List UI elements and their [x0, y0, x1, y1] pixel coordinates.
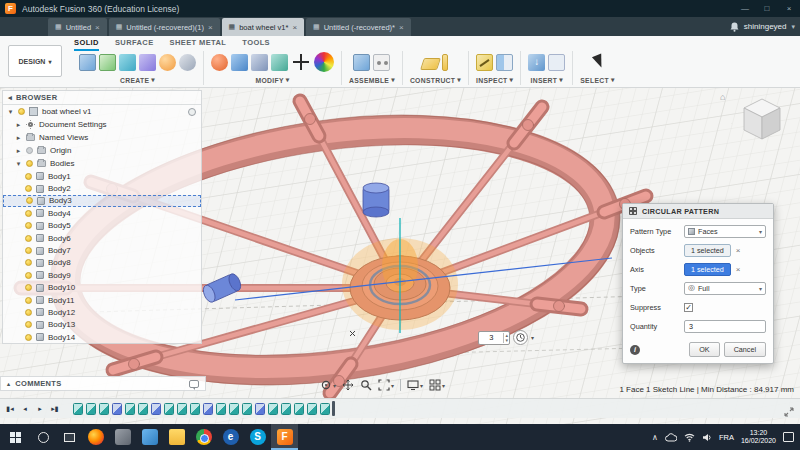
visibility-bulb-icon[interactable] — [25, 222, 32, 229]
home-view-icon[interactable]: ⌂ — [720, 92, 725, 102]
timeline-feature-12-sketch-icon[interactable] — [216, 403, 226, 415]
tab-untitled-recovered-2[interactable]: ▦ Untitled (-recovered)* × — [306, 18, 411, 36]
timeline-feature-8-sketch-icon[interactable] — [164, 403, 174, 415]
construct-menu[interactable]: CONSTRUCT▾ — [410, 76, 461, 84]
browser-node-document-settings[interactable]: ▸ Document Settings — [3, 118, 201, 131]
browser-body-body2[interactable]: Body2 — [3, 182, 201, 194]
construction-plane-icon[interactable] — [420, 58, 441, 70]
timeline-feature-13-sketch-icon[interactable] — [229, 403, 239, 415]
comments-bar[interactable]: ▴ COMMENTS — [0, 376, 206, 391]
new-component-icon[interactable] — [79, 54, 96, 71]
visibility-bulb-icon[interactable] — [25, 247, 32, 254]
chevron-down-icon[interactable]: ▾ — [531, 334, 534, 341]
browser-body-body8[interactable]: Body8 — [3, 257, 201, 269]
visibility-bulb-icon[interactable] — [25, 297, 32, 304]
visibility-bulb-icon[interactable] — [25, 210, 32, 217]
browser-header[interactable]: ◂ BROWSER — [3, 91, 201, 105]
view-cube[interactable] — [734, 92, 790, 144]
taskbar-skype-icon[interactable]: S — [244, 424, 271, 450]
notification-bell-icon[interactable] — [730, 22, 739, 32]
inspect-menu[interactable]: INSPECT▾ — [476, 76, 513, 84]
timeline-feature-15-feature-icon[interactable] — [255, 403, 265, 415]
visibility-bulb-icon[interactable] — [25, 185, 32, 192]
tab-untitled-1[interactable]: ▦ Untitled × — [48, 18, 107, 36]
clear-selection-icon[interactable]: × — [736, 265, 741, 274]
visibility-bulb-icon[interactable] — [25, 284, 32, 291]
expand-caret-icon[interactable]: ▸ — [15, 134, 22, 142]
timeline-feature-10-sketch-icon[interactable] — [190, 403, 200, 415]
visibility-bulb-icon[interactable] — [25, 235, 32, 242]
pattern-type-select[interactable]: Faces ▾ — [684, 225, 766, 238]
timeline-feature-16-sketch-icon[interactable] — [268, 403, 278, 415]
dialog-header[interactable]: CIRCULAR PATTERN — [623, 204, 773, 219]
start-button[interactable] — [0, 424, 30, 450]
box-primitive-icon[interactable] — [119, 54, 136, 71]
quantity-stepper[interactable]: ▴▾ — [503, 333, 509, 343]
browser-node-named-views[interactable]: ▸ Named Views — [3, 131, 201, 144]
visibility-bulb-icon[interactable] — [25, 173, 32, 180]
modify-menu[interactable]: MODIFY▾ — [256, 76, 290, 84]
timeline-go-to-start-button[interactable]: ▮◂ — [4, 405, 16, 413]
account-username[interactable]: shiningeyed — [744, 22, 787, 31]
orbit-button[interactable]: ▾ — [320, 379, 336, 391]
create-menu[interactable]: CREATE▾ — [120, 76, 155, 84]
task-view-button[interactable] — [56, 424, 82, 450]
press-pull-icon[interactable] — [211, 54, 228, 71]
maximize-button[interactable]: □ — [756, 0, 778, 17]
visibility-bulb-icon[interactable] — [26, 197, 33, 204]
timeline-feature-4-feature-icon[interactable] — [112, 403, 122, 415]
measure-icon[interactable] — [476, 54, 493, 71]
taskbar-file-explorer-icon[interactable] — [163, 424, 190, 450]
cancel-button[interactable]: Cancel — [724, 342, 766, 357]
new-component-icon[interactable] — [353, 54, 370, 71]
expand-caret-icon[interactable]: ▾ — [7, 108, 14, 116]
clear-selection-icon[interactable]: × — [736, 246, 741, 255]
quantity-hud-input[interactable]: 3 ▴▾ — [478, 331, 510, 345]
taskbar-paint-icon[interactable] — [136, 424, 163, 450]
timeline-feature-2-sketch-icon[interactable] — [86, 403, 96, 415]
insert-menu[interactable]: INSERT▾ — [531, 76, 563, 84]
section-analysis-icon[interactable] — [496, 54, 513, 71]
display-settings-button[interactable]: ▾ — [407, 379, 423, 391]
zoom-button[interactable] — [360, 379, 372, 391]
assemble-menu[interactable]: ASSEMBLE▾ — [349, 76, 395, 84]
search-button[interactable] — [30, 424, 56, 450]
browser-body-body5[interactable]: Body5 — [3, 220, 201, 232]
visibility-bulb-icon[interactable] — [18, 108, 25, 115]
clock[interactable]: 13:20 16/02/2020 — [741, 429, 776, 446]
browser-node-origin[interactable]: ▸ Origin — [3, 144, 201, 157]
browser-body-body10[interactable]: Body10 — [3, 282, 201, 294]
sphere-primitive-icon[interactable] — [159, 54, 176, 71]
tab-close-icon[interactable]: × — [399, 23, 404, 32]
tab-close-icon[interactable]: × — [292, 23, 297, 32]
browser-root-boat-wheel-v1[interactable]: ▾ boat wheel v1 — [3, 105, 201, 118]
browser-body-body12[interactable]: Body12 — [3, 306, 201, 318]
timeline-feature-17-sketch-icon[interactable] — [281, 403, 291, 415]
move-copy-icon[interactable] — [291, 52, 311, 72]
taskbar-chrome-icon[interactable] — [190, 424, 217, 450]
browser-body-body9[interactable]: Body9 — [3, 269, 201, 281]
pattern-type-hud-button[interactable] — [513, 330, 528, 345]
select-menu[interactable]: SELECT▾ — [580, 76, 614, 84]
axis-selection-chip[interactable]: 1 selected — [684, 263, 731, 276]
visibility-bulb-icon[interactable] — [26, 160, 33, 167]
taskbar-firefox-icon[interactable] — [82, 424, 109, 450]
tab-close-icon[interactable]: × — [208, 23, 213, 32]
browser-body-body14[interactable]: Body14 — [3, 331, 201, 343]
timeline-feature-18-sketch-icon[interactable] — [294, 403, 304, 415]
joint-icon[interactable] — [373, 54, 390, 71]
minimize-button[interactable]: — — [734, 0, 756, 17]
browser-body-body3[interactable]: Body3 — [3, 195, 201, 207]
visibility-bulb-icon[interactable] — [25, 334, 32, 341]
objects-selection-chip[interactable]: 1 selected — [684, 244, 731, 257]
timeline-feature-6-sketch-icon[interactable] — [138, 403, 148, 415]
taskbar-fusion-360-icon[interactable]: F — [271, 424, 298, 450]
browser-body-body7[interactable]: Body7 — [3, 244, 201, 256]
browser-body-body13[interactable]: Body13 — [3, 319, 201, 331]
timeline-step-back-button[interactable]: ◂ — [19, 405, 31, 413]
timeline-feature-3-sketch-icon[interactable] — [99, 403, 109, 415]
insert-mesh-icon[interactable] — [528, 54, 545, 71]
timeline-feature-9-sketch-icon[interactable] — [177, 403, 187, 415]
pan-button[interactable] — [342, 379, 354, 391]
visibility-bulb-icon[interactable] — [25, 309, 32, 316]
